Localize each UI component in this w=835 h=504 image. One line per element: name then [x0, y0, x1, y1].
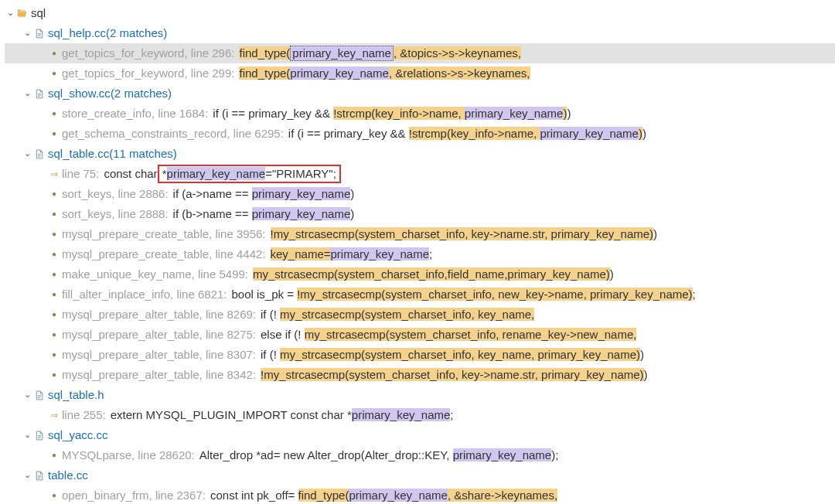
match-code: const int pk_off= find_type(primary_key_… — [210, 485, 557, 504]
match-code: if (! my_strcasecmp(system_charset_info,… — [261, 305, 534, 325]
match-code: find_type(primary_key_name, &topics->s->… — [239, 43, 521, 63]
match-location: get_topics_for_keyword, line 299: — [62, 63, 234, 83]
file-icon — [32, 469, 45, 482]
search-result-row[interactable]: mysql_prepare_create_table, line 4442:ke… — [5, 244, 835, 264]
match-code: bool is_pk = !my_strcasecmp(system_chars… — [231, 284, 695, 305]
search-result-row[interactable]: line 255:extern MYSQL_PLUGIN_IMPORT cons… — [5, 405, 835, 425]
match-code: if (i == primary_key && !strcmp(key_info… — [213, 104, 571, 124]
arrow-marker-icon — [49, 164, 59, 184]
match-location: line 255: — [62, 405, 106, 425]
highlight-declaration: *primary_key_name="PRIMARY"; — [158, 165, 341, 183]
search-result-row[interactable]: mysql_prepare_alter_table, line 8275:els… — [5, 325, 835, 345]
match-bullet-icon — [49, 485, 59, 504]
match-code: extern MYSQL_PLUGIN_IMPORT const char *p… — [111, 405, 454, 425]
match-bullet-icon — [49, 43, 59, 63]
match-bullet-icon — [49, 104, 59, 124]
match-code: !my_strcasecmp(system_charset_info, key-… — [271, 224, 658, 244]
match-location: mysql_prepare_alter_table, line 8342: — [62, 365, 256, 385]
match-location: open_binary_frm, line 2367: — [62, 485, 206, 504]
chevron-down-icon[interactable] — [22, 83, 32, 104]
match-location: mysql_prepare_alter_table, line 8269: — [62, 305, 256, 325]
match-location: mysql_prepare_alter_table, line 8307: — [62, 345, 256, 365]
file-name: sql_table.h — [48, 385, 104, 405]
match-bullet-icon — [49, 264, 59, 284]
folder-label: sql — [31, 3, 46, 23]
match-count: (11 matches) — [109, 144, 177, 164]
search-results-tree: sql sql_help.cc (2 matches)get_topics_fo… — [0, 0, 835, 504]
file-icon — [32, 87, 45, 100]
chevron-down-icon[interactable] — [22, 425, 32, 445]
file-icon — [32, 389, 45, 401]
search-result-row[interactable]: line 75:const char *primary_key_name="PR… — [5, 164, 835, 184]
match-code: !my_strcasecmp(system_charset_info, key-… — [261, 365, 648, 385]
match-bullet-icon — [49, 124, 59, 144]
match-location: get_topics_for_keyword, line 296: — [62, 43, 234, 63]
focused-match: primary_key_name — [290, 46, 394, 61]
file-row[interactable]: sql_show.cc (2 matches) — [5, 83, 835, 104]
search-result-row[interactable]: get_topics_for_keyword, line 299:find_ty… — [5, 63, 835, 83]
match-location: sort_keys, line 2888: — [62, 204, 169, 224]
match-bullet-icon — [49, 63, 59, 83]
match-bullet-icon — [49, 445, 59, 465]
match-location: fill_alter_inplace_info, line 6821: — [62, 284, 227, 305]
match-bullet-icon — [49, 365, 59, 385]
chevron-down-icon[interactable] — [22, 465, 32, 485]
file-name: sql_help.cc — [48, 23, 106, 43]
chevron-down-icon[interactable] — [22, 144, 32, 164]
match-bullet-icon — [49, 284, 59, 305]
chevron-down-icon[interactable] — [22, 23, 32, 43]
search-result-row[interactable]: MYSQLparse, line 28620:Alter_drop *ad= n… — [5, 445, 835, 465]
search-result-row[interactable]: mysql_prepare_create_table, line 3956:!m… — [5, 224, 835, 244]
match-code: if (i == primary_key && !strcmp(key_info… — [288, 124, 646, 144]
match-code: const char *primary_key_name="PRIMARY"; — [104, 164, 340, 184]
match-bullet-icon — [49, 345, 59, 365]
file-row[interactable]: sql_table.cc (11 matches) — [5, 144, 835, 164]
match-location: sort_keys, line 2886: — [62, 184, 169, 204]
match-location: MYSQLparse, line 28620: — [62, 445, 195, 465]
file-row[interactable]: sql_help.cc (2 matches) — [5, 23, 835, 43]
search-result-row[interactable]: open_binary_frm, line 2367:const int pk_… — [5, 485, 835, 504]
file-icon — [32, 429, 45, 441]
search-result-row[interactable]: get_topics_for_keyword, line 296:find_ty… — [5, 43, 835, 63]
file-name: table.cc — [48, 465, 88, 485]
file-row[interactable]: table.cc — [5, 465, 835, 485]
match-count: (2 matches) — [106, 23, 167, 43]
search-result-row[interactable]: make_unique_key_name, line 5499:my_strca… — [5, 264, 835, 284]
search-result-row[interactable]: mysql_prepare_alter_table, line 8307:if … — [5, 345, 835, 365]
folder-row-sql[interactable]: sql — [5, 3, 835, 23]
match-bullet-icon — [49, 224, 59, 244]
match-location: mysql_prepare_create_table, line 4442: — [62, 244, 266, 264]
folder-open-icon — [15, 7, 28, 19]
match-code: if (a->name == primary_key_name) — [173, 184, 355, 204]
match-bullet-icon — [49, 244, 59, 264]
match-code: key_name=primary_key_name; — [271, 244, 433, 264]
match-location: get_schema_constraints_record, line 6295… — [62, 124, 284, 144]
match-location: mysql_prepare_alter_table, line 8275: — [62, 325, 256, 345]
search-result-row[interactable]: store_create_info, line 1684:if (i == pr… — [5, 104, 835, 124]
match-code: if (! my_strcasecmp(system_charset_info,… — [261, 345, 644, 365]
match-location: mysql_prepare_create_table, line 3956: — [62, 224, 266, 244]
match-bullet-icon — [49, 184, 59, 204]
search-result-row[interactable]: mysql_prepare_alter_table, line 8342:!my… — [5, 365, 835, 385]
search-result-row[interactable]: sort_keys, line 2886:if (a->name == prim… — [5, 184, 835, 204]
file-icon — [32, 148, 45, 160]
file-icon — [32, 27, 45, 39]
file-name: sql_table.cc — [48, 144, 109, 164]
match-location: store_create_info, line 1684: — [62, 104, 208, 124]
file-row[interactable]: sql_yacc.cc — [5, 425, 835, 445]
match-bullet-icon — [49, 204, 59, 224]
match-bullet-icon — [49, 305, 59, 325]
search-result-row[interactable]: fill_alter_inplace_info, line 6821:bool … — [5, 284, 835, 305]
file-row[interactable]: sql_table.h — [5, 385, 835, 405]
match-code: if (b->name == primary_key_name) — [173, 204, 355, 224]
match-code: else if (! my_strcasecmp(system_charset_… — [261, 325, 636, 345]
file-name: sql_yacc.cc — [48, 425, 108, 445]
match-bullet-icon — [49, 325, 59, 345]
search-result-row[interactable]: get_schema_constraints_record, line 6295… — [5, 124, 835, 144]
chevron-down-icon[interactable] — [5, 3, 15, 23]
file-name: sql_show.cc — [48, 83, 111, 104]
chevron-down-icon[interactable] — [22, 385, 32, 405]
search-result-row[interactable]: sort_keys, line 2888:if (b->name == prim… — [5, 204, 835, 224]
match-location: line 75: — [62, 164, 99, 184]
search-result-row[interactable]: mysql_prepare_alter_table, line 8269:if … — [5, 305, 835, 325]
